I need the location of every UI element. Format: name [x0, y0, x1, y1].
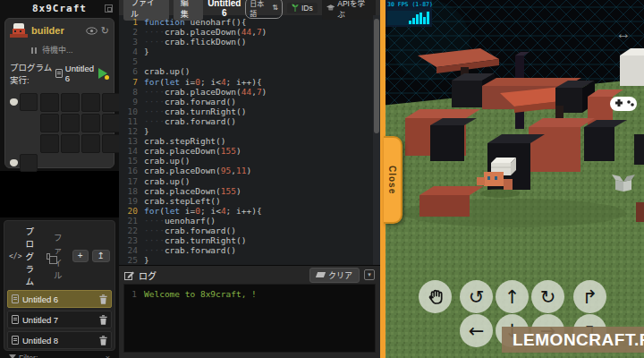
- line-number[interactable]: 3: [119, 37, 138, 47]
- code-line[interactable]: ····crab.turnRight(): [144, 107, 380, 116]
- document-icon: [12, 294, 19, 303]
- crab-avatar: [10, 23, 28, 38]
- filter-input[interactable]: [40, 354, 102, 358]
- line-number[interactable]: 16: [119, 166, 138, 175]
- code-line[interactable]: ····crab.placeDown(44,7): [144, 87, 380, 97]
- code-line[interactable]: function uenoharf(){: [144, 17, 380, 27]
- clear-log-button[interactable]: クリア: [309, 268, 360, 283]
- inventory-slot[interactable]: [20, 93, 38, 111]
- code-line[interactable]: }: [144, 47, 380, 56]
- line-number[interactable]: 9: [119, 97, 138, 107]
- inventory-slot[interactable]: [61, 114, 80, 132]
- line-number[interactable]: 15: [119, 156, 138, 166]
- code-line[interactable]: crab.placeDown(95,11): [144, 166, 380, 175]
- add-program-button[interactable]: +: [72, 250, 89, 262]
- refresh-icon[interactable]: ↻: [101, 26, 109, 36]
- trash-icon[interactable]: [99, 336, 107, 345]
- inventory-slot[interactable]: [61, 134, 80, 153]
- code-line[interactable]: for(let i=0; i<4; i++){: [144, 206, 380, 216]
- collapse-panel-icon[interactable]: [105, 4, 113, 13]
- code-line[interactable]: ····crab.forward(): [144, 245, 380, 255]
- code-line[interactable]: crab.stepLeft(): [144, 196, 380, 206]
- line-number[interactable]: 10: [119, 107, 138, 116]
- code-line[interactable]: ····uenoharf(): [144, 216, 380, 226]
- inventory-slot[interactable]: [102, 134, 121, 153]
- code-line[interactable]: crab.up(): [144, 66, 380, 76]
- inventory-slot[interactable]: [81, 134, 100, 153]
- code-line[interactable]: ····crab.turnRight(): [144, 235, 380, 245]
- inventory-slot[interactable]: [81, 114, 100, 132]
- line-number[interactable]: 20: [119, 206, 138, 216]
- code-line[interactable]: crab.up(): [144, 176, 380, 186]
- rotate-cw-button[interactable]: ↻: [531, 280, 564, 313]
- code-line[interactable]: for(let i=0; i<4; i++){: [144, 77, 380, 87]
- upload-button[interactable]: ↥: [92, 250, 110, 262]
- code-line[interactable]: ····crab.forward(): [144, 116, 380, 126]
- code-line[interactable]: ····crab.placeDown(44,7): [144, 27, 380, 37]
- code-line[interactable]: ····crab.flickDown(): [144, 37, 380, 47]
- code-line[interactable]: ····crab.forward(): [144, 226, 380, 235]
- gamepad-icon[interactable]: [610, 95, 637, 113]
- move-up-button[interactable]: ↑: [496, 280, 529, 313]
- rotate-ccw-button[interactable]: ↺: [460, 280, 493, 313]
- line-number[interactable]: 12: [119, 126, 138, 136]
- line-number[interactable]: 19: [119, 196, 138, 206]
- resize-icon[interactable]: ↔: [608, 25, 639, 43]
- line-number[interactable]: 2: [119, 27, 138, 37]
- line-number[interactable]: 24: [119, 245, 138, 255]
- trash-icon[interactable]: [99, 294, 107, 304]
- line-number[interactable]: 25: [119, 255, 138, 265]
- line-number[interactable]: 13: [119, 136, 138, 146]
- line-number[interactable]: 14: [119, 146, 138, 156]
- line-number[interactable]: 22: [119, 226, 138, 235]
- line-number[interactable]: 4: [119, 47, 138, 56]
- eye-icon[interactable]: [86, 27, 97, 35]
- code-line[interactable]: crab.placeDown(155): [144, 146, 380, 156]
- file-list-item[interactable]: Untitled 6: [7, 290, 112, 308]
- fps-meter[interactable]: 30 FPS (1-87): [386, 0, 432, 27]
- game-viewport[interactable]: Close 30 FPS (1-87) ↔: [380, 0, 644, 358]
- scrollbar-thumb[interactable]: [374, 19, 379, 133]
- inventory-slot[interactable]: [40, 134, 59, 153]
- file-list-item[interactable]: Untitled 8: [7, 331, 112, 349]
- inventory-slot[interactable]: [102, 93, 121, 112]
- filter-clear-icon[interactable]: ×: [106, 354, 110, 358]
- line-number[interactable]: 21: [119, 216, 138, 226]
- run-program-button[interactable]: [97, 67, 109, 80]
- code-line[interactable]: crab.stepRight(): [144, 136, 380, 146]
- tab-programs[interactable]: プログラム: [25, 225, 39, 287]
- inventory-slot[interactable]: [20, 154, 38, 172]
- robot-panel: builder ↻ 待機中... プログラム実行: Untitled 6: [4, 18, 114, 168]
- inventory-slot[interactable]: [40, 93, 59, 112]
- log-options-icon[interactable]: ▾: [364, 269, 375, 280]
- line-number[interactable]: 8: [119, 87, 138, 97]
- code-line[interactable]: crab.up(): [144, 156, 380, 166]
- line-number[interactable]: 7: [119, 77, 138, 87]
- ids-button[interactable]: IDs: [287, 3, 318, 13]
- inventory-box-icon[interactable]: [612, 172, 635, 192]
- move-left-button[interactable]: ←: [460, 314, 493, 347]
- inventory-slot[interactable]: [40, 114, 59, 132]
- line-number[interactable]: 11: [119, 116, 138, 126]
- line-number[interactable]: 17: [119, 176, 138, 186]
- trash-icon[interactable]: [99, 315, 107, 325]
- line-number[interactable]: 6: [119, 66, 138, 76]
- code-line[interactable]: ····crab.forward(): [144, 97, 380, 107]
- line-number[interactable]: 23: [119, 235, 138, 245]
- grab-hand-button[interactable]: [419, 280, 452, 313]
- line-number[interactable]: 18: [119, 186, 138, 196]
- inventory-slot[interactable]: [81, 93, 100, 112]
- inventory-slot[interactable]: [102, 114, 121, 132]
- inventory-slot[interactable]: [61, 93, 80, 112]
- turn-up-button[interactable]: ↱: [573, 280, 606, 313]
- code-line[interactable]: crab.placeDown(155): [144, 186, 380, 196]
- line-number[interactable]: 1: [119, 17, 138, 27]
- editor-scrollbar[interactable]: [373, 15, 380, 265]
- code-line[interactable]: }: [144, 126, 380, 136]
- code-editor[interactable]: 1234567891011121314151617181920212223242…: [119, 15, 380, 265]
- code-line[interactable]: [144, 56, 380, 66]
- code-line[interactable]: }: [144, 255, 380, 265]
- line-number[interactable]: 5: [119, 56, 138, 66]
- close-panel-tab[interactable]: Close: [384, 136, 402, 224]
- file-list-item[interactable]: Untitled 7: [7, 311, 112, 328]
